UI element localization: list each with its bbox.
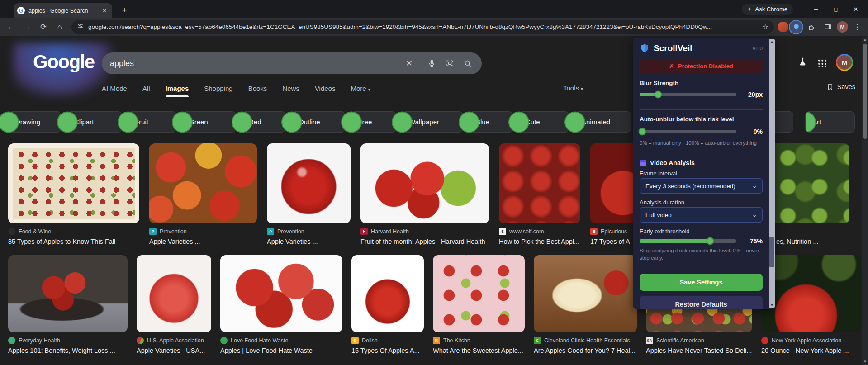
search-bar[interactable]: apples ✕ (102, 52, 482, 74)
chip-green[interactable]: Green (182, 111, 236, 133)
result-source[interactable]: New York Apple Association (761, 337, 861, 344)
risk-level-slider[interactable] (640, 130, 736, 133)
result-thumbnail[interactable] (351, 255, 424, 332)
result-thumbnail[interactable] (8, 143, 139, 223)
profile-avatar[interactable]: M (837, 21, 848, 33)
image-result[interactable]: U.S. Apple Association Apple Varieties -… (137, 255, 211, 354)
minimize-button[interactable]: ─ (807, 2, 825, 16)
tab-close-icon[interactable]: ✕ (100, 7, 109, 15)
scroll-up-icon[interactable]: ▲ (769, 39, 775, 45)
chip-fruit[interactable]: Fruit (128, 111, 176, 133)
ask-chrome-button[interactable]: ✦ Ask Chrome (742, 4, 793, 15)
google-lens-icon[interactable] (444, 57, 455, 69)
chip-tree[interactable]: Tree (351, 111, 396, 133)
microphone-icon[interactable] (426, 57, 437, 69)
forward-icon[interactable]: → (20, 20, 34, 34)
search-icon[interactable] (462, 57, 474, 69)
result-thumbnail[interactable] (433, 255, 525, 332)
analysis-duration-select[interactable]: Full video ⌄ (640, 207, 763, 223)
scrollbar-thumb[interactable] (863, 44, 867, 139)
result-title[interactable]: How to Pick the Best Appl... (499, 238, 580, 245)
result-title[interactable]: Apples 101: Benefits, Weight Loss ... (8, 347, 128, 354)
result-title[interactable]: Apples Have Never Tasted So Deli... (646, 347, 752, 354)
chip-drawing[interactable]: Drawing (8, 111, 62, 133)
result-thumbnail[interactable] (149, 143, 257, 223)
tools-button[interactable]: Tools▾ (563, 84, 583, 92)
search-input[interactable]: apples (110, 59, 399, 68)
image-result[interactable]: KThe Kitchn What Are the Sweetest Apple.… (433, 255, 525, 354)
chip-art[interactable]: Art (805, 111, 855, 133)
result-title[interactable]: Apple Varieties - USA... (137, 347, 211, 354)
tab-images[interactable]: Images (166, 85, 189, 97)
result-title[interactable]: Apples | Love Food Hate Waste (220, 347, 342, 354)
result-source[interactable]: Love Food Hate Waste (220, 337, 342, 344)
bookmark-star-icon[interactable]: ☆ (762, 23, 768, 31)
chip-cute[interactable]: Cute (518, 111, 569, 133)
image-result[interactable]: Swww.self.com How to Pick the Best Appl.… (499, 143, 580, 245)
clear-search-icon[interactable]: ✕ (406, 58, 413, 68)
account-avatar[interactable]: M (836, 54, 853, 71)
protection-status-banner[interactable]: ✗ Protection Disabled (640, 59, 763, 74)
result-thumbnail[interactable] (761, 255, 861, 332)
result-source[interactable]: HHarvard Health (360, 228, 489, 235)
image-result[interactable]: PPrevention Apple Varieties ... (267, 143, 351, 245)
url-bar[interactable]: google.com/search?q=apples&sca_esv=57ab6… (71, 20, 774, 34)
result-thumbnail[interactable] (8, 255, 128, 332)
result-source[interactable]: PPrevention (267, 228, 351, 235)
scroll-up-icon[interactable]: ▲ (862, 37, 868, 43)
result-source[interactable]: U.S. Apple Association (137, 337, 211, 344)
blur-strength-slider[interactable] (640, 93, 736, 96)
scrollbar-thumb[interactable] (769, 237, 774, 267)
result-thumbnail[interactable] (267, 143, 351, 223)
menu-dots-icon[interactable]: ⋮ (850, 20, 864, 34)
tab-news[interactable]: News (282, 85, 299, 97)
early-exit-slider[interactable] (640, 239, 736, 243)
restore-defaults-button[interactable]: Restore Defaults (640, 296, 763, 309)
result-title[interactable]: Apple Varieties ... (149, 238, 257, 245)
result-title[interactable]: Apple Varieties ... (267, 238, 351, 245)
chip-clipart[interactable]: Clipart (67, 111, 122, 133)
extensions-puzzle-icon[interactable] (804, 20, 819, 34)
maximize-button[interactable]: ▢ (827, 2, 844, 16)
extension-icon[interactable] (778, 22, 788, 32)
result-thumbnail[interactable] (360, 143, 489, 223)
back-icon[interactable]: ← (4, 20, 18, 34)
new-tab-button[interactable]: + (119, 5, 130, 17)
frame-interval-select[interactable]: Every 3 seconds (recommended) ⌄ (640, 178, 763, 194)
result-title[interactable]: What Are the Sweetest Apple... (433, 347, 525, 354)
popup-scrollbar[interactable]: ▲ ▼ (769, 39, 775, 308)
image-result[interactable]: DDelish 15 Types Of Apples A... (351, 255, 424, 354)
result-title[interactable]: 15 Types Of Apples A... (351, 347, 424, 354)
image-result[interactable]: HHarvard Health Fruit of the month: Appl… (360, 143, 489, 245)
close-button[interactable]: ✕ (847, 2, 864, 16)
scroll-down-icon[interactable]: ▼ (769, 302, 775, 308)
google-apps-icon[interactable] (817, 58, 826, 67)
scroll-down-icon[interactable]: ▼ (862, 359, 868, 365)
page-scrollbar[interactable]: ▲ ▼ (862, 37, 868, 365)
tab-videos[interactable]: Videos (315, 85, 336, 97)
chip-wallpaper[interactable]: Wallpaper (402, 111, 463, 133)
chip-red[interactable]: Red (242, 111, 286, 133)
chip-blue[interactable]: Blue (469, 111, 513, 133)
tab-all[interactable]: All (142, 85, 150, 97)
result-source[interactable]: Everyday Health (8, 337, 128, 344)
saves-button[interactable]: Saves (827, 83, 855, 90)
scrollveil-extension-icon[interactable] (790, 21, 802, 33)
image-result[interactable]: Love Food Hate Waste Apples | Love Food … (220, 255, 342, 354)
chip-outline[interactable]: Outline (291, 111, 346, 133)
google-logo[interactable]: Google (33, 51, 95, 73)
result-source[interactable]: Swww.self.com (499, 228, 580, 235)
reload-icon[interactable]: ⟳ (36, 20, 51, 34)
result-source[interactable]: SAScientific American (646, 337, 752, 344)
browser-tab[interactable]: G apples - Google Search ✕ (14, 3, 112, 18)
result-source[interactable]: Food & Wine (8, 228, 139, 235)
result-thumbnail[interactable] (499, 143, 580, 223)
chip-animated[interactable]: Animated (574, 111, 631, 133)
result-thumbnail[interactable] (137, 255, 211, 332)
tab-ai-mode[interactable]: AI Mode (102, 85, 127, 97)
result-source[interactable]: DDelish (351, 337, 424, 344)
tab-more[interactable]: More▾ (351, 85, 370, 97)
tab-books[interactable]: Books (248, 85, 267, 97)
image-result[interactable]: PPrevention Apple Varieties ... (149, 143, 257, 245)
side-panel-icon[interactable] (821, 20, 835, 34)
